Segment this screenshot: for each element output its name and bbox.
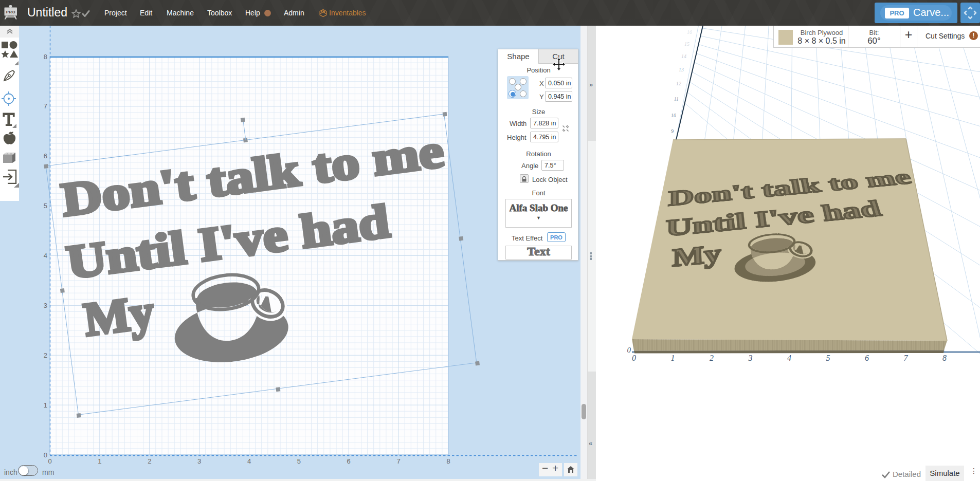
svg-text:0: 0 [48, 457, 51, 465]
svg-text:7: 7 [44, 102, 47, 110]
svg-text:14: 14 [681, 53, 686, 59]
svg-text:3: 3 [44, 302, 47, 309]
svg-text:5: 5 [44, 202, 47, 210]
svg-text:6: 6 [865, 354, 869, 362]
svg-text:2: 2 [148, 457, 151, 465]
svg-text:4: 4 [44, 252, 47, 260]
svg-text:1: 1 [44, 401, 47, 409]
svg-text:12: 12 [676, 81, 681, 86]
svg-text:2: 2 [710, 354, 714, 362]
svg-text:13: 13 [679, 67, 684, 72]
svg-text:6: 6 [347, 457, 351, 465]
svg-text:PRO: PRO [6, 10, 16, 14]
svg-text:10: 10 [671, 113, 676, 118]
svg-text:1: 1 [671, 354, 675, 362]
svg-text:8: 8 [446, 457, 450, 465]
svg-text:8: 8 [44, 53, 47, 61]
svg-text:3: 3 [197, 457, 201, 465]
svg-text:15: 15 [684, 41, 689, 47]
svg-text:9: 9 [671, 128, 674, 134]
svg-text:1: 1 [98, 457, 101, 465]
svg-text:11: 11 [674, 96, 679, 102]
svg-text:2: 2 [44, 351, 47, 359]
svg-text:0: 0 [627, 346, 631, 354]
svg-text:3: 3 [748, 354, 753, 362]
svg-text:16: 16 [687, 29, 692, 35]
svg-text:4: 4 [787, 354, 791, 362]
svg-text:7: 7 [904, 354, 909, 362]
svg-text:8: 8 [942, 354, 947, 362]
svg-text:0: 0 [44, 451, 47, 459]
svg-text:7: 7 [396, 457, 400, 465]
svg-text:5: 5 [826, 354, 830, 362]
svg-text:0: 0 [632, 354, 636, 362]
svg-text:5: 5 [297, 457, 301, 465]
svg-text:6: 6 [44, 152, 47, 160]
svg-text:4: 4 [247, 457, 251, 465]
